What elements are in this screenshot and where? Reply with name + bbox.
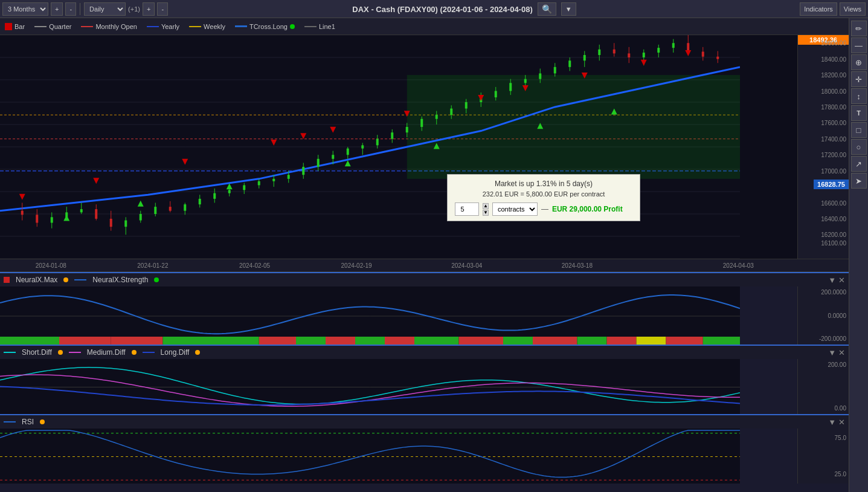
legend-bar: Bar bbox=[5, 23, 25, 30]
neuralx-controls[interactable]: ▼ ✕ bbox=[828, 276, 845, 285]
medium-diff-line bbox=[69, 352, 81, 353]
rsi-line bbox=[4, 421, 16, 422]
chart-title-bar: DAX - Cash (FDAXY00) (2024-01-06 - 2024-… bbox=[181, 0, 747, 18]
diff-collapse-btn[interactable]: ▼ bbox=[828, 348, 836, 357]
interval-minus-btn[interactable]: - bbox=[157, 2, 168, 16]
popup-profit: EUR 29,000.00 Profit bbox=[552, 205, 623, 213]
medium-diff-dot bbox=[132, 350, 137, 355]
indicators-btn[interactable]: Indicators bbox=[800, 2, 837, 16]
tcross-legend-label: TCross.Long bbox=[249, 23, 288, 30]
measure-btn[interactable]: ↕ bbox=[851, 88, 867, 104]
search-dropdown-btn[interactable]: ▼ bbox=[561, 2, 576, 16]
bar-legend-label: Bar bbox=[14, 23, 25, 30]
long-diff-dot bbox=[195, 350, 200, 355]
neuralx-max-label: NeuralX.Max bbox=[16, 276, 57, 284]
monthly-open-legend-dash bbox=[81, 26, 93, 27]
tcross-legend-line bbox=[235, 25, 247, 27]
zoom-btn[interactable]: ⊕ bbox=[851, 54, 867, 70]
draw-line-btn[interactable]: — bbox=[851, 37, 867, 53]
short-diff-line bbox=[4, 352, 16, 353]
text-btn[interactable]: T bbox=[851, 105, 867, 121]
bar-legend-color bbox=[5, 23, 12, 30]
date-label-1: 2024-01-08 bbox=[36, 262, 66, 269]
yearly-legend-label: Yearly bbox=[161, 23, 179, 30]
diff-label-0: 0.00 bbox=[835, 405, 846, 412]
interval-plus-btn[interactable]: + bbox=[143, 2, 155, 16]
popup-dash: — bbox=[541, 205, 548, 213]
chart-title: DAX - Cash (FDAXY00) (2024-01-06 - 2024-… bbox=[352, 5, 532, 14]
legend-yearly: Yearly bbox=[147, 23, 179, 30]
rect-btn[interactable]: □ bbox=[851, 122, 867, 138]
date-label-6: 2024-03-18 bbox=[562, 262, 593, 269]
medium-diff-label: Medium.Diff bbox=[87, 348, 126, 357]
neuralx-max-dot bbox=[63, 277, 68, 282]
chart-popup: Market is up 1.31% in 5 day(s) 232.01 EU… bbox=[447, 174, 640, 221]
neuralx-label-200: 200.0000 bbox=[821, 289, 846, 296]
contracts-input[interactable] bbox=[455, 202, 479, 216]
diff-close-btn[interactable]: ✕ bbox=[838, 348, 845, 357]
neuralx-label-neg200: -200.0000 bbox=[819, 335, 846, 342]
neuralx-strength-dot bbox=[154, 277, 159, 282]
neuralx-max-color bbox=[4, 277, 10, 283]
legend-quarter: Quarter bbox=[34, 23, 71, 30]
crosshair-btn[interactable]: ✛ bbox=[851, 71, 867, 87]
neuralx-label-0: 0.0000 bbox=[828, 312, 846, 319]
monthly-open-legend-label: Monthly Open bbox=[95, 23, 137, 30]
short-diff-dot bbox=[58, 350, 63, 355]
tools-panel: ✏ — ⊕ ✛ ↕ T □ ○ ↗ ➤ bbox=[849, 18, 868, 492]
circle-btn[interactable]: ○ bbox=[851, 139, 867, 155]
date-label-3: 2024-02-05 bbox=[239, 262, 270, 269]
popup-controls[interactable]: ▲ ▼ contracts — EUR 29,000.00 Profit bbox=[455, 202, 632, 216]
interval-select[interactable]: Daily Weekly Monthly bbox=[84, 2, 126, 16]
unit-select[interactable]: contracts bbox=[492, 202, 538, 216]
cursor-btn[interactable]: ➤ bbox=[851, 173, 867, 189]
date-label-2: 2024-01-22 bbox=[137, 262, 168, 269]
long-diff-line bbox=[143, 352, 155, 353]
date-axis: 2024-01-08 2024-01-22 2024-02-05 2024-02… bbox=[0, 259, 849, 272]
draw-pencil-btn[interactable]: ✏ bbox=[851, 21, 867, 36]
rsi-label: RSI bbox=[22, 418, 34, 426]
rsi-controls[interactable]: ▼ ✕ bbox=[828, 418, 845, 427]
quarter-legend-dash bbox=[34, 26, 47, 27]
tcross-status-dot bbox=[290, 24, 295, 29]
popup-subtitle: 232.01 EUR = 5,800.00 EUR per contract bbox=[455, 190, 632, 198]
rsi-header: RSI ▼ ✕ bbox=[0, 415, 849, 429]
short-diff-label: Short.Diff bbox=[22, 348, 52, 357]
neuralx-axis: 200.0000 0.0000 -200.0000 bbox=[797, 286, 849, 345]
diff-header: Short.Diff Medium.Diff Long.Diff ▼ ✕ bbox=[0, 346, 849, 359]
legend-weekly: Weekly bbox=[189, 23, 225, 30]
neuralx-strength-label: NeuralX.Strength bbox=[92, 276, 148, 284]
search-btn[interactable]: 🔍 bbox=[538, 2, 556, 16]
popup-title: Market is up 1.31% in 5 day(s) bbox=[455, 180, 632, 188]
right-toolbar: Indicators Views bbox=[800, 0, 868, 18]
contracts-down-btn[interactable]: ▼ bbox=[483, 210, 489, 216]
arrow-btn[interactable]: ↗ bbox=[851, 156, 867, 172]
interval-change: (+1) bbox=[128, 5, 140, 13]
rsi-close-btn[interactable]: ✕ bbox=[838, 418, 845, 427]
date-label-5: 2024-03-04 bbox=[451, 262, 482, 269]
yearly-legend-dash bbox=[147, 26, 159, 27]
date-label-4: 2024-02-19 bbox=[341, 262, 372, 269]
legend-tcross: TCross.Long bbox=[235, 23, 295, 30]
line1-legend-label: Line1 bbox=[319, 23, 335, 30]
diff-controls[interactable]: ▼ ✕ bbox=[828, 348, 845, 357]
date-label-7: 2024-04-03 bbox=[723, 262, 754, 269]
neuralx-collapse-btn[interactable]: ▼ bbox=[828, 276, 836, 285]
long-diff-label: Long.Diff bbox=[161, 348, 190, 357]
rsi-label-75: 75.0 bbox=[835, 435, 846, 441]
views-btn[interactable]: Views bbox=[840, 2, 866, 16]
weekly-legend-dash bbox=[189, 26, 201, 27]
neuralx-close-btn[interactable]: ✕ bbox=[838, 276, 845, 285]
contracts-up-btn[interactable]: ▲ bbox=[483, 203, 489, 209]
price-axis: 18492.36 18600.0018400.0018200.0018000.0… bbox=[797, 35, 849, 259]
rsi-collapse-btn[interactable]: ▼ bbox=[828, 418, 836, 427]
rsi-dot bbox=[40, 419, 45, 424]
quarter-legend-label: Quarter bbox=[49, 23, 71, 30]
period-select[interactable]: 3 Months 1 Month 6 Months 1 Year bbox=[2, 2, 48, 16]
period-minus-btn[interactable]: - bbox=[65, 2, 76, 16]
diff-label-200: 200.00 bbox=[828, 361, 846, 368]
legend-line1: Line1 bbox=[304, 23, 335, 30]
period-plus-btn[interactable]: + bbox=[51, 2, 63, 16]
separator1 bbox=[80, 3, 80, 15]
neuralx-strength-line bbox=[74, 279, 86, 280]
